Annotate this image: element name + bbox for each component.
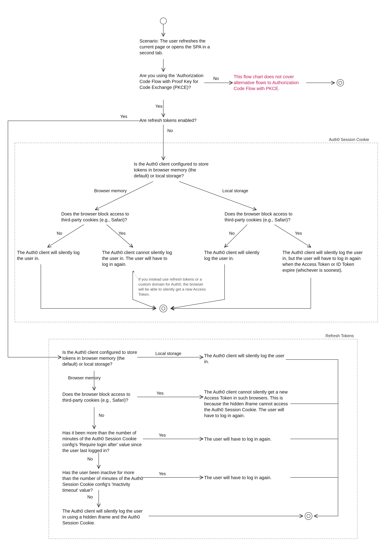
rt-r-silent-iframe: The Auth0 client will silently log the u… xyxy=(62,508,146,526)
label-local-storage: Local storage xyxy=(222,188,248,194)
label-browser-memory-rt1: Browser memory xyxy=(68,375,101,381)
r-silent-login-mem-no: The Auth0 client will silently log the u… xyxy=(17,250,81,261)
q-block-third-party-memory: Does the browser block access to third-p… xyxy=(61,211,132,223)
r-cannot-silent-login: The Auth0 client cannot silently log the… xyxy=(102,250,174,267)
label-yes-mem: Yes xyxy=(119,231,126,236)
label-no-local: No xyxy=(229,231,235,236)
rt-q-inactivity-timeout: Has the user been inactive for more than… xyxy=(62,469,144,493)
label-no-rt-inact: No xyxy=(87,495,93,500)
rt-q-block-third-party: Does the browser block access to third-p… xyxy=(62,391,137,403)
label-local-storage-rt1: Local storage xyxy=(155,351,181,356)
label-yes-local: Yes xyxy=(295,231,302,236)
svg-point-5 xyxy=(337,79,344,86)
label-yes-pkce: Yes xyxy=(155,104,162,109)
r-silent-login-local-no: The Auth0 client will silently log the u… xyxy=(204,250,266,261)
section-refresh-tokens-label: Refresh Tokens xyxy=(326,333,354,338)
label-no-rt-rla: No xyxy=(87,456,93,462)
rt-r-silent-login: The Auth0 client will silently log the u… xyxy=(204,353,286,364)
svg-point-11 xyxy=(160,305,167,312)
label-yes-refresh: Yes xyxy=(120,114,127,119)
label-browser-memory: Browser memory xyxy=(94,188,127,194)
label-yes-rt-block: Yes xyxy=(156,391,164,396)
svg-point-10 xyxy=(133,271,134,273)
svg-point-23 xyxy=(305,512,312,520)
rt-r-relogin-rla: The user will have to log in again. xyxy=(204,436,286,442)
label-no-pkce: No xyxy=(213,76,219,81)
label-yes-rt-rla: Yes xyxy=(159,433,166,438)
q-refresh-enabled: Are refresh tokens enabled? xyxy=(140,117,210,123)
q-block-third-party-local: Does the browser block access to third-p… xyxy=(224,211,295,223)
rt-r-relogin-inact: The user will have to log in again. xyxy=(204,475,286,481)
label-no-mem: No xyxy=(57,231,62,236)
pkce-not-covered-note: This flow chart does not cover alternati… xyxy=(234,74,302,91)
sidenote-refresh-or-custom-domain: If you instead use refresh tokens or a c… xyxy=(138,277,209,297)
label-no-refresh: No xyxy=(167,128,173,133)
rt-q-require-login-after: Has it been more than the number of minu… xyxy=(62,430,144,453)
r-silent-login-local-expire: The Auth0 client will silently log the u… xyxy=(282,250,364,273)
svg-point-12 xyxy=(162,307,165,310)
svg-point-6 xyxy=(339,81,342,84)
rt-q-token-storage: Is the Auth0 client configured to store … xyxy=(62,349,137,367)
label-no-rt-block: No xyxy=(99,413,104,418)
svg-point-24 xyxy=(307,514,310,518)
q-token-storage: Is the Auth0 client configured to store … xyxy=(134,161,211,179)
label-yes-rt-inact: Yes xyxy=(159,471,166,476)
scenario-text: Scenario: The user refreshes the current… xyxy=(140,38,210,56)
section-session-cookie-label: Auth0 Session Cookie xyxy=(329,137,369,142)
rt-r-cannot-silent-iframe: The Auth0 client cannot silently get a n… xyxy=(204,389,290,419)
svg-point-0 xyxy=(160,18,167,24)
q-pkce: Are you using the 'Authorization Code Fl… xyxy=(140,73,205,90)
